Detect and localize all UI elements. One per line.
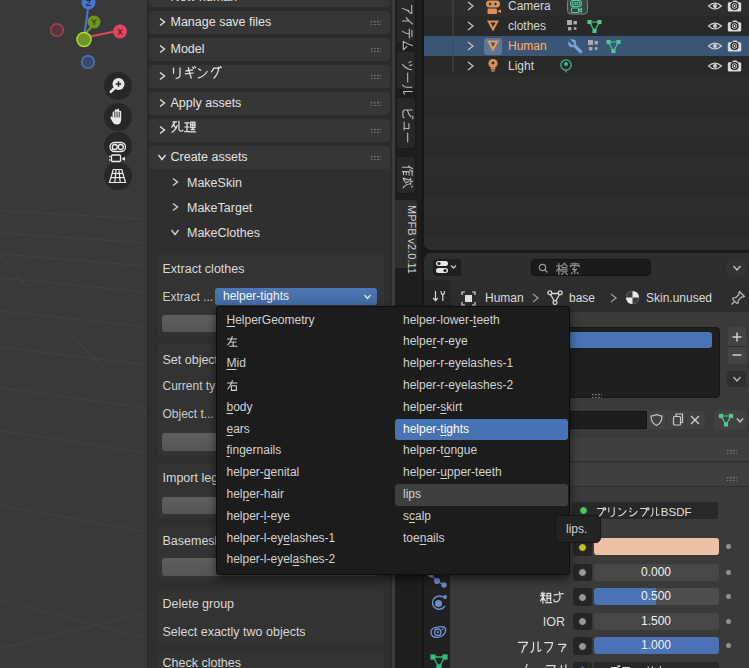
svg-text:X: X — [117, 27, 123, 37]
svg-text:Y: Y — [91, 17, 97, 27]
svg-text:Z: Z — [86, 0, 92, 8]
